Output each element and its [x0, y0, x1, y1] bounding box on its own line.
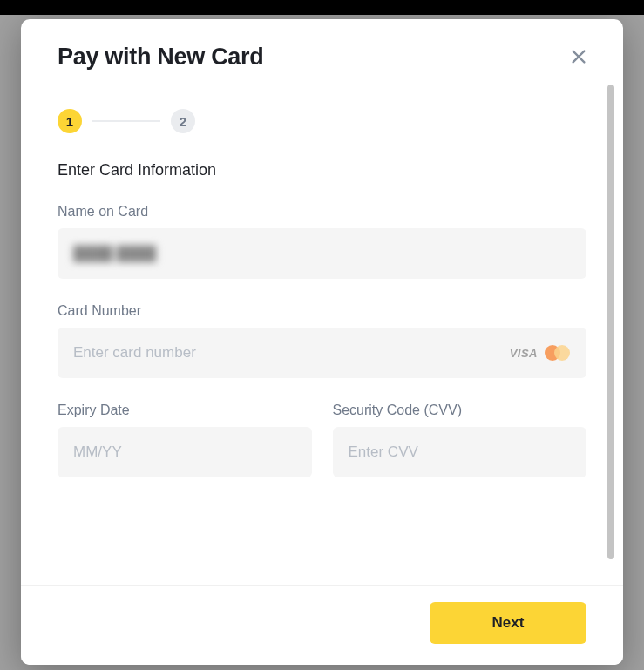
payment-modal: Pay with New Card 1 2 Enter Card Informa…	[21, 19, 623, 665]
modal-body: 1 2 Enter Card Information Name on Card …	[21, 71, 623, 585]
cvv-field: Security Code (CVV)	[333, 403, 587, 477]
close-icon	[569, 47, 588, 66]
cvv-input[interactable]	[349, 427, 572, 477]
step-1: 1	[58, 109, 82, 133]
cvv-input-wrap	[333, 427, 587, 477]
expiry-cvv-row: Expiry Date Security Code (CVV)	[58, 403, 586, 477]
card-number-field: Card Number VISA	[58, 303, 586, 378]
next-button[interactable]: Next	[430, 602, 586, 644]
visa-icon: VISA	[510, 347, 538, 360]
progress-stepper: 1 2	[58, 109, 586, 133]
name-input-wrap[interactable]: ████ ████	[58, 228, 586, 279]
name-blurred-value: ████ ████	[73, 246, 156, 261]
card-number-input[interactable]	[73, 328, 510, 378]
step-connector	[92, 120, 160, 122]
modal-title: Pay with New Card	[58, 44, 263, 71]
card-number-input-wrap: VISA	[58, 328, 586, 378]
mastercard-icon	[545, 344, 571, 362]
scrollbar-thumb[interactable]	[607, 85, 614, 559]
expiry-input-wrap	[58, 427, 312, 477]
name-label: Name on Card	[58, 204, 586, 220]
cvv-label: Security Code (CVV)	[333, 403, 587, 418]
expiry-input[interactable]	[73, 427, 296, 477]
modal-footer: Next	[21, 585, 623, 665]
step-2: 2	[171, 109, 195, 133]
expiry-label: Expiry Date	[58, 403, 312, 418]
modal-header: Pay with New Card	[21, 19, 623, 71]
close-button[interactable]	[566, 44, 592, 70]
card-number-label: Card Number	[58, 303, 586, 319]
card-brand-icons: VISA	[510, 344, 571, 362]
expiry-field: Expiry Date	[58, 403, 312, 477]
name-field: Name on Card ████ ████	[58, 204, 586, 279]
section-title: Enter Card Information	[58, 161, 586, 179]
